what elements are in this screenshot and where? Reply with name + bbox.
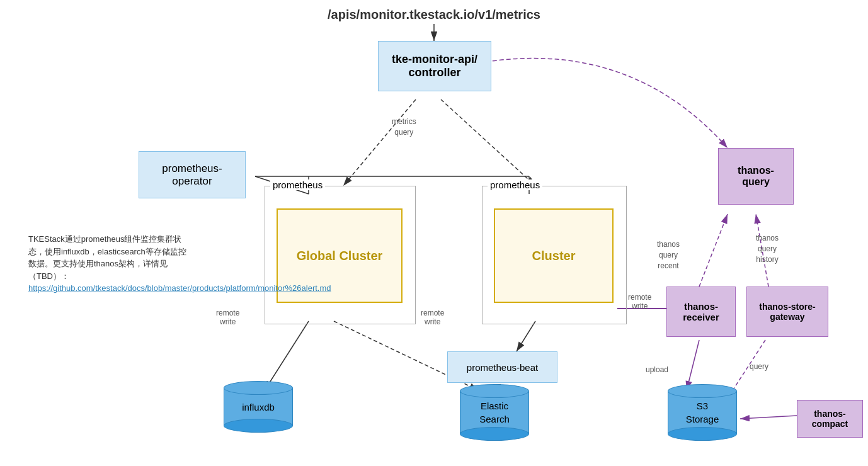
remote-write-2-label: remote write xyxy=(421,309,444,326)
metrics-query-label: metrics query xyxy=(392,116,416,138)
api-url: /apis/monitor.tkestack.io/v1/metrics xyxy=(328,8,540,22)
s3-top xyxy=(668,384,737,398)
s3-bottom xyxy=(668,427,737,441)
thanos-store-gateway-node: thanos-store- gateway xyxy=(746,287,828,337)
prometheus-operator-node: prometheus- operator xyxy=(139,151,246,198)
description-text: TKEStack通过prometheus组件监控集群状态，使用influxdb，… xyxy=(28,233,192,295)
upload-label: upload xyxy=(646,365,668,374)
query-label: query xyxy=(750,362,768,371)
thanos-query-recent-label: thanos query recent xyxy=(657,239,680,271)
remote-write-3-label: remote write xyxy=(628,293,651,310)
s3-storage-cylinder: S3 Storage xyxy=(668,384,737,441)
thanos-compact-node: thanos- compact xyxy=(797,400,863,438)
prometheus-beat-node: prometheus-beat xyxy=(447,351,557,383)
cluster-node: Cluster xyxy=(494,208,614,303)
svg-line-8 xyxy=(441,99,535,186)
remote-write-1-label: remote write xyxy=(216,309,239,326)
global-cluster-outer: prometheus Global Cluster xyxy=(265,186,416,324)
tke-monitor-node: tke-monitor-api/ controller xyxy=(378,41,491,91)
elastic-search-cylinder: Elastic Search xyxy=(460,384,529,441)
elastic-top xyxy=(460,384,529,398)
description-link[interactable]: https://github.com/tkestack/docs/blob/ma… xyxy=(28,283,331,293)
elastic-bottom xyxy=(460,427,529,441)
svg-line-21 xyxy=(687,340,699,390)
svg-line-7 xyxy=(343,99,416,186)
influxdb-top xyxy=(224,381,293,395)
thanos-query-history-label: thanos query history xyxy=(756,233,779,264)
svg-line-16 xyxy=(517,321,535,351)
prometheus-cluster-label: prometheus xyxy=(488,179,542,190)
svg-line-14 xyxy=(265,321,309,390)
svg-line-23 xyxy=(740,416,797,419)
influxdb-bottom xyxy=(224,419,293,433)
prometheus-global-label: prometheus xyxy=(270,179,325,190)
influxdb-cylinder: influxdb xyxy=(224,381,293,433)
cluster-outer: prometheus Cluster xyxy=(482,186,627,324)
diagram-container: /apis/monitor.tkestack.io/v1/metrics tke… xyxy=(0,0,868,466)
svg-line-19 xyxy=(699,214,728,287)
thanos-query-node: thanos- query xyxy=(718,148,794,205)
thanos-receiver-node: thanos- receiver xyxy=(666,287,736,337)
